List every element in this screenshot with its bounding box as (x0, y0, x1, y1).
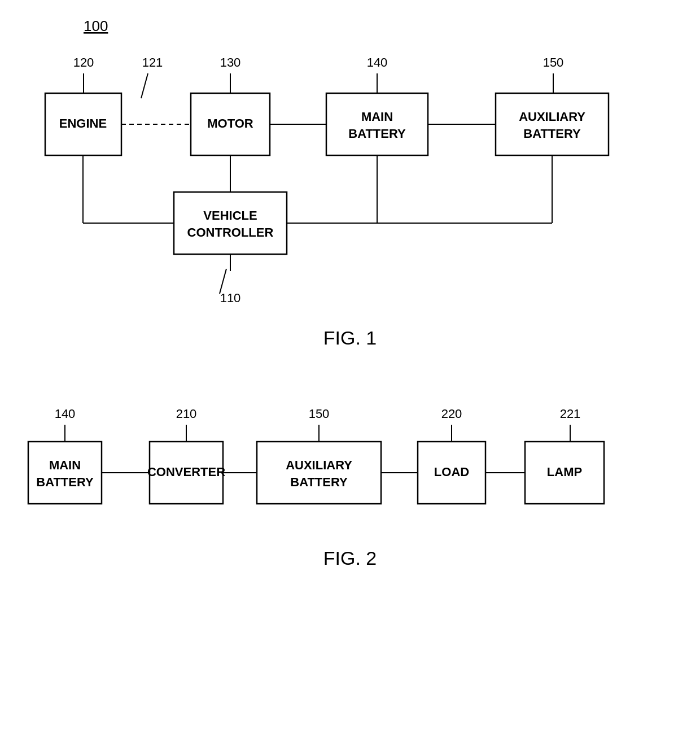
vehicle-controller-label2: CONTROLLER (187, 225, 274, 239)
ref-140: 140 (367, 55, 388, 69)
svg-line-2 (141, 86, 145, 98)
aux-battery-box-1 (496, 93, 609, 155)
main-battery-label2-fig2: BATTERY (36, 475, 94, 489)
main-battery-label1: MAIN (361, 110, 393, 124)
fig1-title: 100 (84, 18, 108, 34)
ref-140-fig2: 140 (55, 407, 76, 421)
engine-label: ENGINE (59, 116, 107, 130)
diagram-container: 100 120 121 130 140 150 ENGINE MOTOR MAI… (0, 0, 700, 741)
ref-221: 221 (560, 407, 581, 421)
main-battery-label2: BATTERY (348, 127, 406, 141)
converter-label: CONVERTER (147, 465, 225, 479)
ref-130: 130 (220, 55, 241, 69)
vehicle-controller-box (174, 192, 287, 254)
main-battery-box (326, 93, 428, 155)
load-label: LOAD (434, 465, 469, 479)
vehicle-controller-label1: VEHICLE (203, 208, 257, 223)
ref-121: 121 (142, 55, 163, 69)
svg-line-7 (223, 269, 226, 281)
ref-210: 210 (176, 407, 197, 421)
ref-220: 220 (441, 407, 462, 421)
ref-150: 150 (543, 55, 564, 69)
aux-battery-label1-fig2: AUXILIARY (286, 458, 352, 472)
aux-battery-label2-fig1: BATTERY (523, 127, 581, 141)
ref-150-fig2: 150 (309, 407, 330, 421)
motor-label: MOTOR (207, 116, 253, 130)
svg-line-1 (145, 73, 148, 86)
fig1-caption: FIG. 1 (323, 327, 377, 348)
aux-battery-box-fig2 (257, 442, 381, 504)
lamp-label: LAMP (547, 465, 582, 479)
aux-battery-label1-fig1: AUXILIARY (519, 110, 585, 124)
ref-120: 120 (73, 55, 94, 69)
fig2-caption: FIG. 2 (323, 547, 377, 569)
ref-110: 110 (220, 291, 241, 305)
main-battery-label1-fig2: MAIN (49, 458, 81, 472)
aux-battery-label2-fig2: BATTERY (290, 475, 348, 489)
main-battery-box-fig2 (28, 442, 102, 504)
